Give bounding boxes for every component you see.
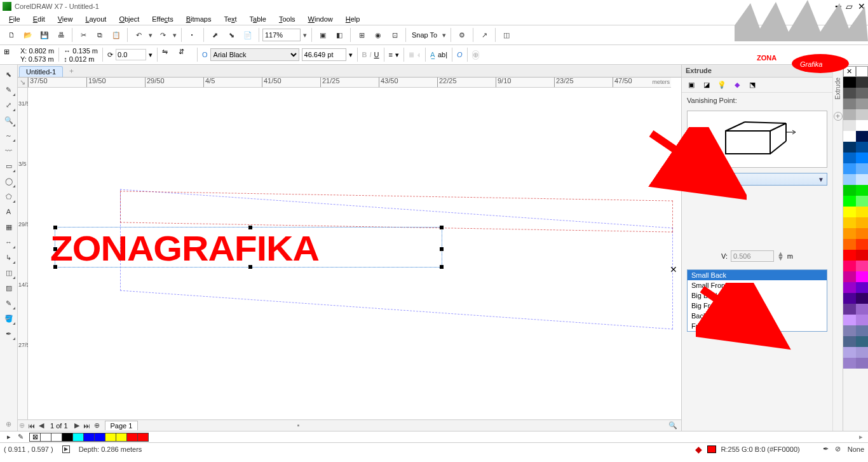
vertical-ruler[interactable]: 31/503/529/5014/2527/50	[18, 88, 28, 421]
connector-tool[interactable]: ↳	[2, 250, 16, 264]
first-page-button[interactable]: ⏮	[26, 422, 36, 430]
undo-dropdown[interactable]: ▾	[147, 31, 154, 39]
docker-tab-label[interactable]: Extrude	[834, 78, 841, 99]
last-page-button[interactable]: ⏭	[82, 422, 92, 430]
italic-button[interactable]: I	[370, 51, 372, 58]
palette-swatch[interactable]	[843, 293, 868, 304]
palette-swatch[interactable]	[843, 163, 868, 174]
zoom-combo[interactable]	[262, 29, 301, 41]
dropcap-button[interactable]: ⫞	[417, 51, 421, 58]
bullet-button[interactable]: ≣	[409, 51, 414, 59]
underline-button[interactable]: U	[374, 51, 379, 58]
page-tab[interactable]: Page 1	[105, 421, 139, 430]
menu-bitmaps[interactable]: Bitmaps	[180, 13, 218, 25]
copy-button[interactable]: ⧉	[92, 27, 107, 43]
document-palette[interactable]: ⊠	[29, 433, 148, 442]
palette-swatch[interactable]	[843, 174, 868, 185]
palette-swatch[interactable]	[843, 185, 868, 196]
polygon-tool[interactable]: ⬠	[2, 189, 16, 203]
palette-swatch[interactable]	[843, 304, 868, 315]
guidelines-button[interactable]: ⊡	[387, 27, 402, 43]
rulers-button[interactable]: ⊞	[354, 27, 369, 43]
add-page-button[interactable]: ⊕	[92, 421, 102, 430]
palette-swatch[interactable]	[843, 261, 868, 271]
menu-window[interactable]: Window	[302, 13, 339, 25]
cut-button[interactable]: ✂	[76, 27, 91, 43]
vanishing-point-handle[interactable]: ✕	[670, 264, 677, 275]
palette-swatch[interactable]	[843, 131, 868, 142]
palette-swatch[interactable]	[843, 99, 868, 109]
menu-file[interactable]: File	[3, 13, 27, 25]
text-properties-button[interactable]: A̲	[430, 51, 435, 59]
palette-swatch[interactable]	[843, 282, 868, 293]
redo-dropdown[interactable]: ▾	[172, 31, 178, 39]
add-docker-button[interactable]: +	[834, 112, 843, 121]
export-button[interactable]: ⬊	[224, 27, 239, 43]
shape-tool[interactable]: ✎	[2, 83, 16, 97]
rotation-input[interactable]	[116, 49, 146, 60]
ruler-origin[interactable]: ↘	[18, 78, 28, 88]
extrude-option[interactable]: Small Front	[688, 280, 827, 290]
otype-button[interactable]: O	[457, 51, 463, 58]
palette-swatch[interactable]	[843, 315, 868, 325]
mirror-h-button[interactable]: ⇋	[162, 48, 176, 62]
zoom-tool[interactable]: 🔍	[2, 113, 16, 127]
menu-help[interactable]: Help	[339, 13, 367, 25]
add-preset-button[interactable]: ⊕	[472, 50, 479, 60]
palette-swatch[interactable]	[843, 77, 868, 88]
palette-swatch[interactable]	[843, 250, 868, 261]
record-macro-button[interactable]: ▶	[62, 445, 70, 453]
add-tool-button[interactable]: ⊕	[2, 417, 16, 431]
doc-swatch[interactable]	[83, 433, 95, 442]
palette-swatch[interactable]	[843, 109, 868, 120]
palette-swatch[interactable]	[843, 336, 868, 347]
doc-swatch[interactable]	[126, 433, 138, 442]
next-page-button[interactable]: ▶	[72, 421, 82, 430]
font-size-dropdown[interactable]: ▾	[349, 51, 353, 59]
fullscreen-button[interactable]: ▣	[315, 27, 330, 43]
color-palette[interactable]: ✕	[843, 65, 868, 431]
effects-tool[interactable]: ◫	[2, 266, 16, 280]
dimension-tool[interactable]: ↔	[2, 235, 16, 249]
menu-layout[interactable]: Layout	[79, 13, 112, 25]
open-button[interactable]: 📂	[20, 27, 36, 43]
app-button[interactable]: ◫	[499, 27, 514, 43]
extrude-option[interactable]: Back Parallel	[688, 311, 827, 321]
palette-swatch[interactable]	[843, 88, 868, 99]
ellipse-tool[interactable]: ◯	[2, 174, 16, 188]
launch-button[interactable]: ↗	[477, 27, 492, 43]
palette-swatch[interactable]	[843, 358, 868, 369]
doc-swatch[interactable]	[105, 433, 116, 442]
palette-swatch[interactable]	[843, 271, 868, 282]
edit-text-button[interactable]: ab|	[438, 51, 447, 58]
hscroll-thumb[interactable]: ▪	[297, 421, 306, 430]
options-button[interactable]: ⚙	[454, 27, 470, 43]
mirror-v-button[interactable]: ⇵	[179, 48, 193, 62]
crop-tool[interactable]: ⤢	[2, 98, 16, 112]
table-tool[interactable]: ▦	[2, 220, 16, 234]
palette-swatch[interactable]	[843, 207, 868, 217]
menu-table[interactable]: Table	[243, 13, 273, 25]
font-size-input[interactable]	[302, 48, 346, 61]
doc-swatch[interactable]	[51, 433, 62, 442]
tab-untitled1[interactable]: Untitled-1	[19, 66, 63, 77]
doc-palette-menu[interactable]: ▸	[4, 433, 14, 442]
doc-palette-eyedrop[interactable]: ✎	[15, 433, 25, 442]
doc-swatch[interactable]	[72, 433, 84, 442]
search-button[interactable]: 🞍	[185, 27, 200, 43]
doc-palette-scroll[interactable]: ▸	[859, 433, 863, 441]
preview-button[interactable]: ◧	[332, 27, 347, 43]
freehand-tool[interactable]: ～	[2, 128, 16, 142]
palette-swatch[interactable]	[843, 347, 868, 358]
align-button[interactable]: ≡	[389, 51, 393, 58]
bold-button[interactable]: B	[362, 51, 367, 58]
doc-swatch[interactable]	[137, 433, 149, 442]
redo-button[interactable]: ↷	[155, 27, 170, 43]
extrude-camera-tab[interactable]: ▣	[686, 79, 697, 91]
palette-swatch[interactable]	[843, 325, 868, 336]
text-object[interactable]: ZONAGRAFIKA	[50, 228, 319, 269]
extrude-light-tab[interactable]: 💡	[716, 79, 728, 91]
text-tool[interactable]: A	[2, 205, 16, 219]
minimize-button[interactable]: ━	[836, 1, 841, 11]
palette-swatch[interactable]	[843, 239, 868, 250]
